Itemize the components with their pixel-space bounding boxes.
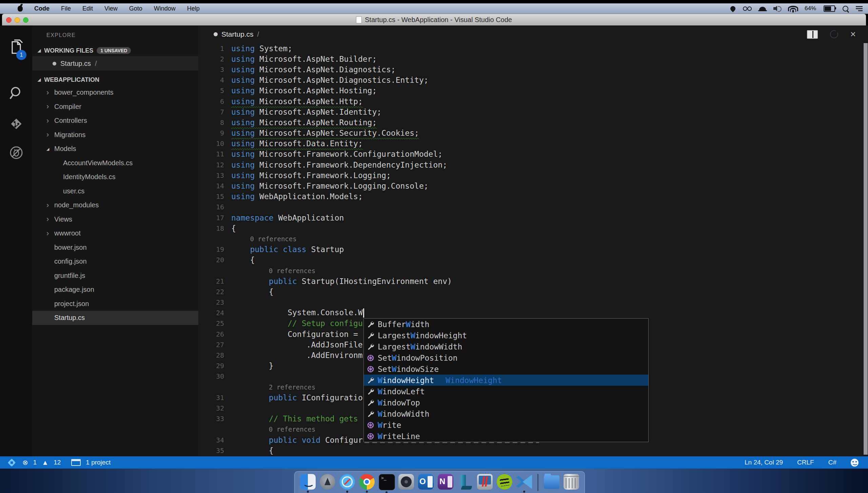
dock-parallels-icon[interactable] xyxy=(477,474,493,490)
dock-launchpad-icon[interactable] xyxy=(320,474,335,490)
code-line-3[interactable]: 3using Microsoft.AspNet.Diagnostics; xyxy=(198,64,868,75)
working-files-header[interactable]: ◢ WORKING FILES 1 UNSAVED xyxy=(32,45,198,56)
tree-file-project.json[interactable]: project.json xyxy=(32,297,198,311)
code-line-35[interactable]: 35 { xyxy=(198,445,868,456)
suggestion-windowwidth[interactable]: WindowWidth xyxy=(364,408,648,419)
battery-icon[interactable] xyxy=(824,5,835,12)
working-file-startup-cs[interactable]: Startup.cs / xyxy=(32,56,198,71)
code-line-8[interactable]: 8using Microsoft.AspNet.Routing; xyxy=(198,117,868,128)
code-line-19[interactable]: 19 public class Startup xyxy=(198,244,868,255)
glasses-icon[interactable] xyxy=(743,6,752,11)
suggestion-windowheight[interactable]: WindowHeightWindowHeight xyxy=(364,375,648,386)
suggestion-largestwindowwidth[interactable]: LargestWindowWidth xyxy=(364,341,648,352)
dock-safari-icon[interactable] xyxy=(339,474,355,490)
codelens-row[interactable]: 0 references xyxy=(198,265,868,276)
dock-chrome-icon[interactable] xyxy=(359,474,375,490)
tree-file-gruntfile.js[interactable]: gruntfile.js xyxy=(32,269,198,283)
git-view-button[interactable] xyxy=(0,112,32,136)
tree-file-package.json[interactable]: package.json xyxy=(32,283,198,297)
dock-outlook-icon[interactable] xyxy=(418,474,434,490)
dock-terminal-icon[interactable] xyxy=(379,474,394,490)
cursor-position[interactable]: Ln 24, Col 29 xyxy=(745,459,783,466)
code-line-13[interactable]: 13using Microsoft.Framework.Logging; xyxy=(198,170,868,181)
code-line-24[interactable]: 24 System.Console.W xyxy=(198,308,868,318)
eol-indicator[interactable]: CRLF xyxy=(797,459,814,466)
code-line-22[interactable]: 22 { xyxy=(198,286,868,297)
volume-icon[interactable] xyxy=(773,6,782,11)
menu-item-goto[interactable]: Goto xyxy=(129,5,142,12)
code-line-16[interactable]: 16 xyxy=(198,202,868,212)
window-title-bar[interactable]: Startup.cs - WebApplication - Visual Stu… xyxy=(2,14,866,26)
tree-folder-bower_components[interactable]: ›bower_components xyxy=(32,86,198,100)
dock-folder-icon[interactable] xyxy=(544,474,559,489)
menu-item-edit[interactable]: Edit xyxy=(82,5,93,12)
search-view-button[interactable] xyxy=(0,81,32,105)
close-window-button[interactable] xyxy=(6,17,12,23)
error-count[interactable]: 1 xyxy=(33,459,37,466)
code-line-21[interactable]: 21 public Startup(IHostingEnvironment en… xyxy=(198,276,868,286)
hat-icon[interactable] xyxy=(759,7,766,11)
tree-folder-node_modules[interactable]: ›node_modules xyxy=(32,198,198,212)
wifi-icon[interactable] xyxy=(789,6,797,12)
tab-startup-cs[interactable]: Startup.cs / xyxy=(198,30,259,38)
debug-view-button[interactable] xyxy=(0,141,32,165)
apple-menu-icon[interactable] xyxy=(18,6,23,12)
notification-center-icon[interactable] xyxy=(856,6,863,11)
dock-spotify-icon[interactable] xyxy=(497,474,512,490)
suggestion-writeline[interactable]: WriteLine xyxy=(364,431,648,442)
suggestion-write[interactable]: Write xyxy=(364,419,648,431)
location-pin-icon[interactable] xyxy=(729,5,736,12)
tree-file-startup.cs[interactable]: Startup.cs xyxy=(32,311,198,325)
feedback-smiley-icon[interactable] xyxy=(851,459,859,467)
tree-file-accountviewmodels.cs[interactable]: AccountViewModels.cs xyxy=(32,156,198,170)
tree-file-user.cs[interactable]: user.cs xyxy=(32,184,198,198)
menu-item-help[interactable]: Help xyxy=(187,5,200,12)
refresh-icon[interactable] xyxy=(830,30,838,38)
editor-scrollbar[interactable] xyxy=(864,43,868,455)
code-line-17[interactable]: 17namespace WebApplication xyxy=(198,212,868,223)
dock-vscode-icon[interactable] xyxy=(516,474,532,490)
tree-folder-migrations[interactable]: ›Migrations xyxy=(32,128,198,142)
code-line-1[interactable]: 1using System; xyxy=(198,43,868,54)
dock-trash-icon[interactable] xyxy=(564,474,579,490)
language-mode[interactable]: C# xyxy=(828,459,836,466)
errors-icon[interactable]: ⊗ xyxy=(22,458,28,467)
explorer-view-button[interactable]: 1 xyxy=(0,36,32,59)
tree-file-identitymodels.cs[interactable]: IdentityModels.cs xyxy=(32,170,198,184)
code-line-2[interactable]: 2using Microsoft.AspNet.Builder; xyxy=(198,54,868,64)
menu-item-file[interactable]: File xyxy=(61,5,71,12)
suggestion-windowtop[interactable]: WindowTop xyxy=(364,397,648,408)
dock-onenote-icon[interactable] xyxy=(438,474,453,490)
warning-count[interactable]: 12 xyxy=(54,459,61,466)
menu-item-view[interactable]: View xyxy=(104,5,118,12)
close-icon[interactable]: × xyxy=(850,31,856,38)
menu-item-window[interactable]: Window xyxy=(154,5,176,12)
code-line-15[interactable]: 15using WebApplication.Models; xyxy=(198,191,868,202)
project-icon[interactable] xyxy=(71,459,81,466)
code-line-14[interactable]: 14using Microsoft.Framework.Logging.Cons… xyxy=(198,181,868,191)
code-line-5[interactable]: 5using Microsoft.AspNet.Hosting; xyxy=(198,86,868,96)
omnisharp-icon[interactable] xyxy=(7,458,16,467)
tree-folder-models[interactable]: ◢Models xyxy=(32,142,198,156)
tree-file-config.json[interactable]: config.json xyxy=(32,254,198,269)
suggestion-largestwindowheight[interactable]: LargestWindowHeight xyxy=(364,330,648,341)
code-line-20[interactable]: 20 { xyxy=(198,255,868,265)
code-line-9[interactable]: 9using Microsoft.AspNet.Security.Cookies… xyxy=(198,128,868,138)
suggestion-setwindowposition[interactable]: SetWindowPosition xyxy=(364,352,648,363)
dock-wheel-icon[interactable] xyxy=(398,474,414,490)
tree-folder-compiler[interactable]: ›Compiler xyxy=(32,100,198,114)
code-line-7[interactable]: 7using Microsoft.AspNet.Identity; xyxy=(198,107,868,117)
project-count[interactable]: 1 project xyxy=(86,459,111,466)
suggestion-windowleft[interactable]: WindowLeft xyxy=(364,386,648,397)
code-line-18[interactable]: 18{ xyxy=(198,223,868,233)
code-line-12[interactable]: 12using Microsoft.Framework.DependencyIn… xyxy=(198,159,868,170)
code-line-10[interactable]: 10using Microsoft.Data.Entity; xyxy=(198,138,868,149)
minimize-window-button[interactable] xyxy=(15,17,20,23)
zoom-window-button[interactable] xyxy=(23,17,28,23)
tree-folder-controllers[interactable]: ›Controllers xyxy=(32,114,198,128)
code-line-11[interactable]: 11using Microsoft.Framework.Configuratio… xyxy=(198,149,868,159)
code-line-4[interactable]: 4using Microsoft.AspNet.Diagnostics.Enti… xyxy=(198,75,868,86)
project-section-header[interactable]: ◢ WEBAPPLICATION xyxy=(32,74,198,86)
menu-item-code[interactable]: Code xyxy=(34,5,50,12)
warnings-icon[interactable]: ▲ xyxy=(42,459,48,467)
